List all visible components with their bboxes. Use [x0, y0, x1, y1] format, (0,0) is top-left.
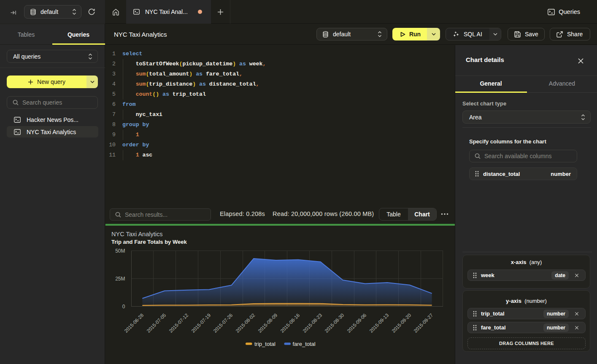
svg-text:2015-08-23: 2015-08-23	[302, 313, 323, 334]
svg-text:25M: 25M	[115, 276, 125, 282]
svg-text:trip_total: trip_total	[254, 341, 276, 347]
svg-text:Trip and Fare Totals by Week: Trip and Fare Totals by Week	[111, 239, 187, 245]
svg-text:0: 0	[122, 304, 125, 310]
svg-text:2015-07-12: 2015-07-12	[168, 313, 189, 334]
svg-text:2015-09-20: 2015-09-20	[391, 313, 412, 334]
svg-text:2015-08-30: 2015-08-30	[324, 313, 345, 334]
svg-text:2015-06-28: 2015-06-28	[123, 313, 144, 334]
svg-text:2015-08-16: 2015-08-16	[279, 313, 300, 334]
svg-text:2015-07-05: 2015-07-05	[146, 313, 167, 334]
svg-text:NYC Taxi Analytics: NYC Taxi Analytics	[111, 231, 162, 237]
svg-text:fare_total: fare_total	[293, 341, 316, 347]
svg-text:2015-09-13: 2015-09-13	[368, 313, 389, 334]
svg-text:2015-08-09: 2015-08-09	[257, 313, 278, 334]
svg-text:2015-09-27: 2015-09-27	[413, 313, 434, 334]
svg-text:2015-07-19: 2015-07-19	[190, 313, 211, 334]
svg-text:2015-08-02: 2015-08-02	[235, 313, 256, 334]
svg-text:2015-07-26: 2015-07-26	[212, 313, 233, 334]
svg-text:50M: 50M	[115, 248, 125, 254]
svg-text:2015-09-06: 2015-09-06	[346, 313, 367, 334]
